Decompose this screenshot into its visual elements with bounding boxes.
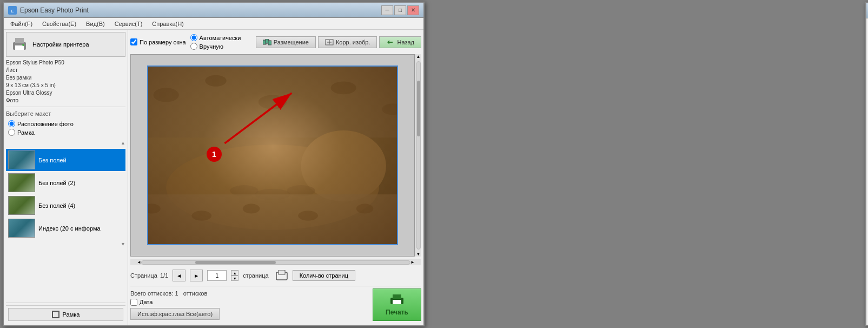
manual-label: Вручную: [200, 43, 223, 50]
date-check[interactable]: Дата: [130, 299, 220, 306]
fit-window-check[interactable]: По размеру окна: [130, 38, 186, 45]
layout-photo-label: Расположение фото: [17, 121, 74, 127]
minimize-button[interactable]: ─: [381, 5, 393, 15]
sidebar: Настройки принтера Epson Stylus Photo P5…: [4, 30, 128, 325]
page-down-button[interactable]: ▼: [231, 275, 238, 281]
layout-radio-group: Расположение фото Рамка: [6, 119, 125, 137]
right-window: Коррекция печати ✕ Сделайте настройки ко…: [865, 2, 868, 326]
svg-rect-4: [15, 45, 24, 50]
manual-option[interactable]: Вручную: [190, 43, 241, 50]
thumbnail-image-0: [8, 150, 35, 169]
menu-file[interactable]: Файл(F): [6, 19, 37, 28]
printer-size: 9 x 13 см (3.5 x 5 in): [6, 82, 125, 89]
svg-rect-9: [268, 41, 271, 45]
svg-point-18: [259, 95, 287, 109]
sidebar-scroll: Выберите макет Расположение фото Рамка ▲: [6, 109, 125, 298]
toolbar: По размеру окна Автоматически Вручную: [130, 32, 421, 52]
horizontal-scrollbar[interactable]: ◄ ►: [130, 259, 421, 265]
frame-label: Рамка: [63, 311, 80, 318]
place-button[interactable]: Размещение: [256, 36, 316, 48]
thumbnail-label-0: Без полей: [38, 157, 67, 163]
svg-rect-15: [148, 67, 397, 137]
vertical-scrollbar[interactable]: ▲ ▼: [415, 54, 421, 257]
layout-frame-label: Рамка: [17, 129, 35, 136]
frame-icon: [52, 311, 59, 318]
date-label: Дата: [140, 299, 153, 305]
printer-media: Epson Ultra Glossy: [6, 89, 125, 97]
maximize-button[interactable]: □: [394, 5, 406, 15]
svg-rect-3: [15, 38, 24, 43]
svg-point-24: [255, 189, 290, 200]
menu-service[interactable]: Сервис(Т): [110, 19, 147, 28]
correction-button[interactable]: Корр. изобр.: [318, 36, 377, 48]
svg-point-21: [166, 145, 379, 229]
svg-rect-37: [393, 300, 401, 304]
thumbnail-item-0[interactable]: Без полей: [6, 149, 125, 171]
layout-label: Выберите макет: [6, 109, 125, 118]
auto-manual-group: Автоматически Вручную: [190, 34, 241, 50]
layout-frame-option[interactable]: Рамка: [8, 129, 123, 136]
printer-settings-label: Настройки принтера: [32, 41, 89, 48]
photo-canvas-wrapper: 1 ▲: [130, 54, 421, 257]
print-button[interactable]: Печать: [373, 288, 421, 321]
layout-frame-radio[interactable]: [8, 129, 15, 136]
toolbar-buttons: Размещение Корр. изобр. Назад: [256, 36, 421, 48]
close-button-left[interactable]: ✕: [407, 5, 419, 15]
print-button-icon: [388, 293, 406, 306]
printer-margin: Без рамки: [6, 74, 125, 82]
svg-point-25: [287, 185, 315, 196]
fit-window-checkbox[interactable]: [130, 38, 137, 45]
prev-page-button[interactable]: ◄: [173, 270, 185, 281]
copies-label: Всего оттисков: 1 оттисков: [130, 290, 220, 297]
scrollbar-track[interactable]: [141, 260, 410, 265]
thumbnail-item-3[interactable]: Индекс (20 с информа: [6, 217, 125, 239]
page-up-button[interactable]: ▲: [231, 270, 238, 275]
badge-1: 1: [207, 147, 222, 162]
cat-photo: [148, 67, 397, 244]
svg-point-29: [243, 204, 260, 213]
photo-canvas: 1: [130, 54, 415, 257]
menu-help[interactable]: Справка(Н): [148, 19, 188, 28]
layout-photo-option[interactable]: Расположение фото: [8, 120, 123, 127]
svg-point-17: [205, 75, 226, 87]
print-label: Печать: [386, 309, 408, 316]
svg-point-20: [382, 103, 397, 115]
place-label: Размещение: [274, 39, 309, 45]
back-button[interactable]: Назад: [379, 36, 421, 48]
bottom-section: Рамка: [6, 305, 125, 323]
correction-icon: [325, 39, 334, 45]
page-input[interactable]: [207, 270, 227, 281]
thumbnail-item-2[interactable]: Без полей (4): [6, 194, 125, 217]
printer-type: Фото: [6, 97, 125, 104]
auto-redeye-button[interactable]: Исп.эф.крас.глаз Все(авто): [130, 308, 220, 320]
menu-properties[interactable]: Свойства(Е): [38, 19, 81, 28]
svg-point-19: [331, 82, 356, 95]
page-count-button[interactable]: Колич-во страниц: [293, 270, 355, 281]
auto-option[interactable]: Автоматически: [190, 34, 241, 41]
page-controls: Страница 1/1 ◄ ► ▲ ▼ страница Колич-во с…: [130, 267, 421, 284]
menu-bar: Файл(F) Свойства(Е) Вид(В) Сервис(Т) Спр…: [4, 18, 423, 30]
printer-icon: [11, 36, 28, 53]
date-checkbox[interactable]: [130, 299, 137, 306]
back-label: Назад: [397, 39, 414, 45]
thumbnail-label-1: Без полей (2): [38, 180, 75, 186]
thumbnail-item-1[interactable]: Без полей (2): [6, 172, 125, 194]
frame-button[interactable]: Рамка: [8, 308, 123, 321]
svg-marker-13: [387, 40, 393, 44]
photo-area: По размеру окна Автоматически Вручную: [128, 30, 423, 325]
svg-point-16: [154, 88, 179, 102]
svg-rect-36: [393, 294, 401, 299]
divider-1: [6, 107, 125, 107]
divider-2: [6, 303, 125, 303]
next-page-button[interactable]: ►: [190, 270, 203, 281]
thumbnail-image-1: [8, 173, 35, 192]
svg-point-30: [298, 211, 318, 220]
menu-view[interactable]: Вид(В): [82, 19, 109, 28]
page-label: Страница 1/1: [130, 272, 168, 279]
svg-text:E: E: [11, 9, 14, 14]
layout-photo-radio[interactable]: [8, 120, 15, 127]
app-icon: E: [8, 6, 17, 15]
printer-settings-button[interactable]: Настройки принтера: [6, 32, 125, 57]
fit-window-label: По размеру окна: [140, 39, 186, 45]
left-window-title: Epson Easy Photo Print: [20, 6, 89, 14]
